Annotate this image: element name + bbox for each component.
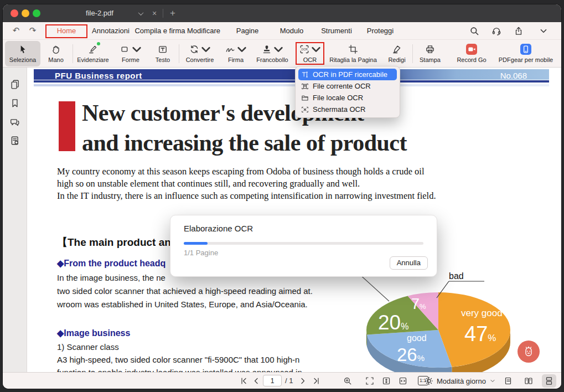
previous-page-icon[interactable] xyxy=(252,376,261,385)
menu-item-modificare[interactable]: Modificare xyxy=(187,22,220,40)
fit-width-icon[interactable] xyxy=(399,376,407,385)
subsection-heading-2: ◆Image business xyxy=(57,328,130,338)
document-title-line2: and increasing the sale of product xyxy=(82,130,407,156)
ocr-menu-item-local-file[interactable]: File locale OCR xyxy=(298,92,397,104)
toolbar: Seleziona Mano Evidenziare Forme xyxy=(3,40,561,68)
title-bar: file-2.pdf × + xyxy=(3,4,561,22)
day-mode-selector[interactable]: Modalità giorno xyxy=(425,373,496,389)
ocr-menu-item-searchable-pdf[interactable]: OCR in PDF ricercabile xyxy=(298,69,397,80)
menu-item-compila-e-firma[interactable]: Compila e firma xyxy=(134,22,185,40)
close-window-button[interactable] xyxy=(11,9,18,17)
pie-value-bad: 7% xyxy=(411,296,426,313)
tool-convertire[interactable]: Convertire xyxy=(182,41,218,66)
tool-ritaglia-la-pagina[interactable]: Ritaglia la Pagina xyxy=(325,41,381,66)
banner-title: PFU Business report xyxy=(55,71,142,80)
ocr-icon: OCR xyxy=(299,43,321,56)
dialog-title: Elaborazione OCR xyxy=(184,224,253,233)
ocr-dropdown-menu: OCR in PDF ricercabile File corrente OCR… xyxy=(295,66,400,118)
pie-value-green: 20% xyxy=(378,311,408,334)
tab-close-icon[interactable]: × xyxy=(150,4,159,22)
menu-item-annotazioni[interactable]: Annotazioni xyxy=(92,22,130,40)
tool-pdfgear-per-mobile[interactable]: PDFgear per mobile xyxy=(492,41,560,66)
tool-francobollo[interactable]: Francobollo xyxy=(252,41,293,66)
fit-height-icon[interactable] xyxy=(382,376,391,385)
cancel-button[interactable]: Annulla xyxy=(390,256,428,270)
undo-icon[interactable]: ↶ xyxy=(11,25,22,35)
menu-item-proteggi[interactable]: Proteggi xyxy=(367,22,394,40)
banner-issue-number: No.068 xyxy=(500,71,527,80)
mobile-phone-icon xyxy=(520,43,531,56)
stamp-icon xyxy=(262,43,283,56)
more-chevron-down-icon[interactable] xyxy=(539,26,550,37)
convert-icon xyxy=(189,43,211,56)
document-paragraph: My country economy at this season keeps … xyxy=(57,166,478,202)
pie-label-bad: bad xyxy=(449,271,464,281)
bookmarks-icon[interactable] xyxy=(10,98,20,108)
shapes-icon xyxy=(120,43,142,56)
tool-ocr[interactable]: OCR OCR xyxy=(296,41,324,66)
page-thumbnails-icon[interactable] xyxy=(10,79,20,89)
record-go-icon xyxy=(466,43,477,56)
new-tab-button[interactable]: + xyxy=(167,4,178,22)
hand-icon xyxy=(51,43,61,56)
ocr-menu-item-current-file[interactable]: File corrente OCR xyxy=(298,80,397,92)
first-page-icon[interactable] xyxy=(240,376,249,385)
comments-icon[interactable] xyxy=(10,117,20,127)
menu-item-pagine[interactable]: Pagine xyxy=(236,22,258,40)
banner-strip xyxy=(34,84,549,86)
folder-icon xyxy=(301,94,309,102)
assistant-robot-button[interactable] xyxy=(518,341,540,363)
annotations-list-icon[interactable] xyxy=(10,136,20,146)
menu-item-strumenti[interactable]: Strumenti xyxy=(321,22,352,40)
share-icon[interactable] xyxy=(514,26,525,37)
text-icon xyxy=(158,43,168,56)
pie-value-very-good: 47% xyxy=(464,322,496,346)
tool-evidenziare[interactable]: Evidenziare xyxy=(75,41,111,66)
minimize-window-button[interactable] xyxy=(22,9,29,17)
support-headset-icon[interactable] xyxy=(491,26,503,37)
section-heading: 【The main product and xyxy=(57,235,177,250)
page-number-input[interactable] xyxy=(263,375,282,386)
crop-icon xyxy=(348,43,358,56)
signature-icon xyxy=(225,43,247,56)
svg-text:OCR: OCR xyxy=(301,48,308,51)
redo-icon[interactable]: ↷ xyxy=(27,25,38,35)
tool-mano[interactable]: Mano xyxy=(43,41,69,66)
ocr-progress-dialog: Elaborazione OCR 1/1 Pagine Annulla xyxy=(170,215,437,277)
document-tab[interactable]: file-2.pdf xyxy=(58,4,141,22)
tool-seleziona[interactable]: Seleziona xyxy=(5,41,40,66)
menu-item-modulo[interactable]: Modulo xyxy=(280,22,304,40)
app-window: file-2.pdf × + ↶ ↷ Home Annotazioni Comp… xyxy=(3,4,561,389)
ocr-progress-fill xyxy=(184,242,208,245)
tool-testo[interactable]: Testo xyxy=(149,41,177,66)
ocr-menu-item-screenshot[interactable]: Schermata OCR xyxy=(298,104,397,115)
pie-label-very-good: very good xyxy=(461,308,503,319)
status-bar: / 1 1:1 Modalità giorno xyxy=(3,372,561,389)
tool-stampa[interactable]: Stampa xyxy=(415,41,445,66)
fit-page-icon[interactable] xyxy=(365,376,374,385)
view-continuous-scroll-icon[interactable] xyxy=(545,376,553,385)
title-accent-block xyxy=(59,101,75,151)
tab-chevron-down-icon[interactable] xyxy=(139,4,148,22)
redact-marker-icon xyxy=(392,43,402,56)
pie-chart: bad 7% 20% good 26% very good 47% xyxy=(360,271,532,372)
view-single-page-icon[interactable] xyxy=(504,376,513,385)
tool-forme[interactable]: Forme xyxy=(114,41,147,66)
menu-item-home[interactable]: Home xyxy=(57,22,76,40)
tool-redigi[interactable]: Redigi xyxy=(383,41,411,66)
subsection-heading-1: ◆From the product headq xyxy=(57,258,165,269)
last-page-icon[interactable] xyxy=(312,376,320,385)
highlight-color-dot xyxy=(97,42,100,45)
text-cursor-icon xyxy=(301,71,309,79)
tool-firma[interactable]: Firma xyxy=(220,41,251,66)
printer-icon xyxy=(425,43,435,56)
next-page-icon[interactable] xyxy=(298,376,307,385)
maximize-window-button[interactable] xyxy=(33,9,40,17)
tool-record-go[interactable]: Record Go xyxy=(449,41,494,66)
tab-separator xyxy=(163,9,163,18)
view-two-pages-icon[interactable] xyxy=(524,376,533,385)
search-icon[interactable] xyxy=(469,26,480,37)
robot-icon xyxy=(522,345,535,358)
zoom-in-icon[interactable] xyxy=(343,376,352,385)
pie-value-good: 26% xyxy=(397,344,425,365)
